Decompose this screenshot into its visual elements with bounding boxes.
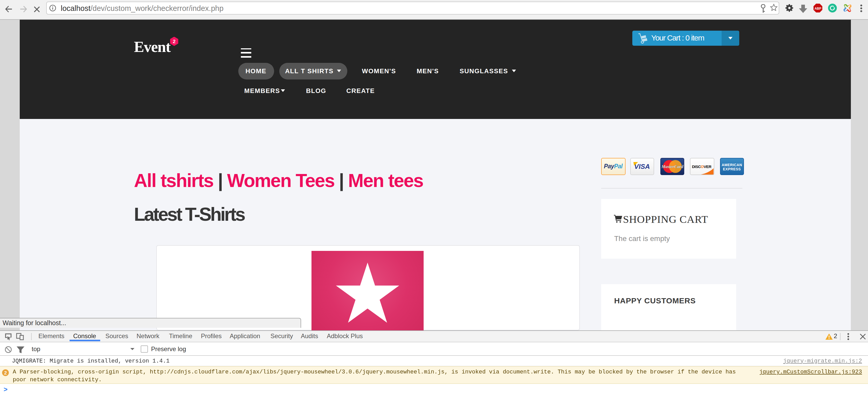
svg-text:ABP: ABP xyxy=(814,7,821,10)
svg-text:MasterCard: MasterCard xyxy=(661,164,683,169)
svg-text:DISCOVER: DISCOVER xyxy=(692,164,711,169)
